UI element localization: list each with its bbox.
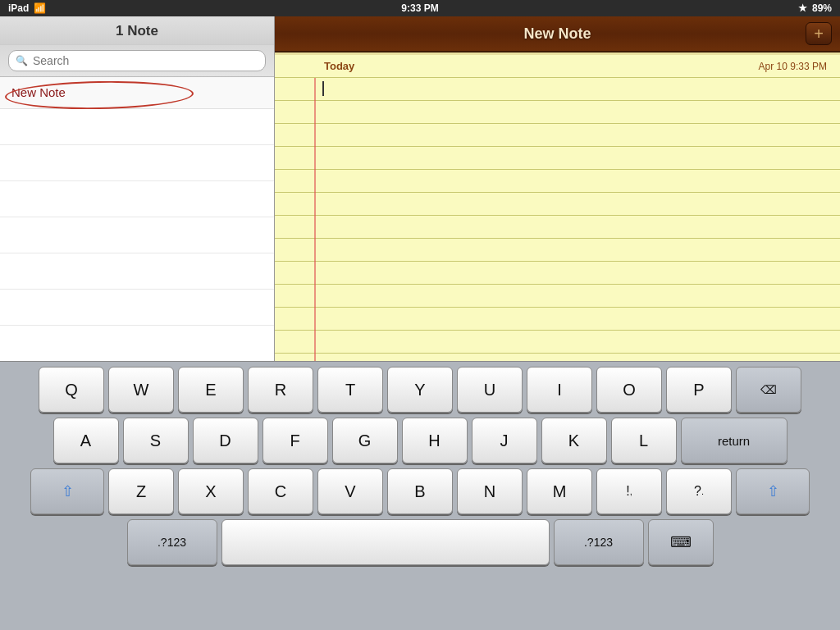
key-c[interactable]: C [248,468,313,514]
note-title: New Note [523,25,591,43]
key-w[interactable]: W [108,367,174,413]
keyboard-hide-key[interactable]: ⌨ [648,519,714,565]
search-bar: 🔍 [0,45,274,77]
key-b[interactable]: B [387,468,453,514]
paper-date-right: Apr 10 9:33 PM [759,61,827,72]
key-quest-period[interactable]: ?. [666,468,732,514]
key-e[interactable]: E [178,367,244,413]
paper-line-3 [275,124,840,147]
paper-date-bar: Today Apr 10 9:33 PM [275,55,840,78]
empty-row-3 [0,181,274,217]
status-bar: iPad 📶 9:33 PM ★ 89% [0,0,840,16]
search-icon: 🔍 [16,55,28,66]
paper-line-4 [275,147,840,170]
space-key[interactable] [221,519,550,565]
note-header: New Note + [275,16,840,52]
paper-margin-line [314,55,316,361]
return-key[interactable]: return [681,418,788,463]
paper-line-2 [275,101,840,124]
paper-date-today: Today [324,60,354,72]
keyboard-row-1: Q W E R T Y U I O P ⌫ [0,362,840,413]
paper-line-8 [275,239,840,262]
key-z[interactable]: Z [108,468,174,514]
keyboard-area: Q W E R T Y U I O P ⌫ A S D F G H J K L … [0,361,840,630]
search-input[interactable] [33,54,258,67]
key-f[interactable]: F [262,418,328,463]
key-o[interactable]: O [596,367,662,413]
key-excl-comma[interactable]: !, [596,468,662,514]
main-area: 1 Note 🔍 New Note New Note + [0,16,840,361]
backspace-key[interactable]: ⌫ [736,367,801,413]
key-x[interactable]: X [178,468,244,514]
status-right: ★ 89% [798,2,832,14]
paper-line-5 [275,170,840,193]
bluetooth-icon: ★ [798,2,807,14]
numbers-right-key[interactable]: .?123 [554,519,644,565]
shift-right-key[interactable]: ⇧ [736,468,810,514]
paper-line-6 [275,193,840,216]
key-v[interactable]: V [317,468,383,514]
add-note-button[interactable]: + [806,22,832,45]
key-g[interactable]: G [332,418,398,463]
battery-label: 89% [812,2,832,14]
status-time: 9:33 PM [401,2,438,14]
key-k[interactable]: K [541,418,607,463]
empty-row-6 [0,290,274,326]
key-q[interactable]: Q [39,367,104,413]
keyboard-row-2: A S D F G H J K L return [0,413,840,463]
key-h[interactable]: H [402,418,468,463]
key-p[interactable]: P [666,367,732,413]
empty-row-1 [0,109,274,145]
paper-line-11 [275,308,840,331]
key-r[interactable]: R [248,367,313,413]
status-left: iPad 📶 [8,2,46,14]
empty-row-5 [0,253,274,290]
shift-left-key[interactable]: ⇧ [30,468,104,514]
key-m[interactable]: M [527,468,592,514]
note-item-title: New Note [11,85,66,99]
empty-row-2 [0,145,274,181]
wifi-icon: 📶 [34,2,46,14]
key-u[interactable]: U [457,367,523,413]
paper-lines [275,55,840,361]
keyboard-row-3: ⇧ Z X C V B N M !, ?. ⇧ [0,463,840,514]
paper-line-1 [275,78,840,101]
note-list: New Note [0,77,274,361]
key-n[interactable]: N [457,468,523,514]
empty-row-4 [0,217,274,253]
device-label: iPad [8,2,29,14]
search-container[interactable]: 🔍 [8,50,266,71]
paper-line-10 [275,285,840,308]
keyboard-row-4: .?123 .?123 ⌨ [0,514,840,565]
key-t[interactable]: T [317,367,383,413]
numbers-left-key[interactable]: .?123 [127,519,217,565]
key-j[interactable]: J [472,418,537,463]
note-paper[interactable]: Today Apr 10 9:33 PM [275,52,840,361]
paper-line-12 [275,331,840,354]
key-s[interactable]: S [123,418,189,463]
note-item[interactable]: New Note [0,77,274,109]
paper-line-9 [275,262,840,285]
sidebar-title: 1 Note [116,23,158,39]
paper-line-7 [275,216,840,239]
empty-row-7 [0,326,274,361]
text-cursor [322,81,324,96]
sidebar-header: 1 Note [0,16,274,45]
sidebar: 1 Note 🔍 New Note [0,16,275,361]
key-l[interactable]: L [611,418,677,463]
key-i[interactable]: I [527,367,592,413]
key-d[interactable]: D [193,418,258,463]
key-y[interactable]: Y [387,367,453,413]
key-a[interactable]: A [53,418,119,463]
note-area: New Note + Today Apr 10 [275,16,840,361]
